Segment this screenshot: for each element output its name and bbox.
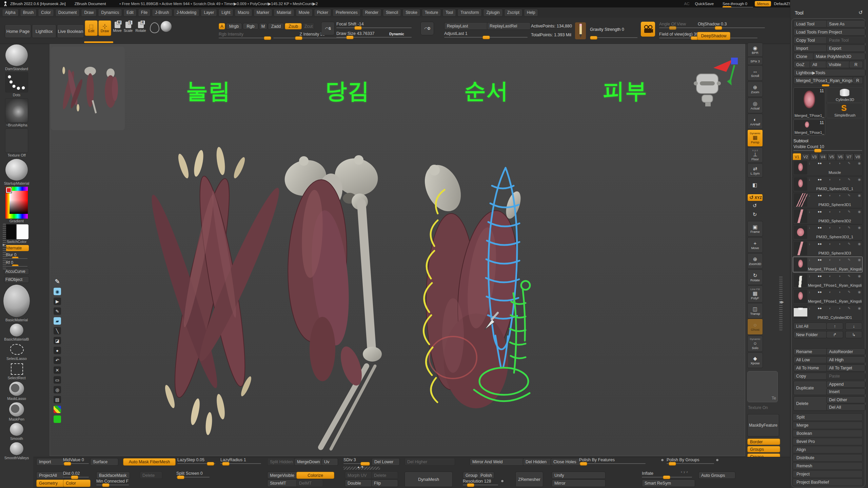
min-connected-label: Min Connected F [96, 479, 129, 484]
min-connected-track[interactable] [96, 485, 129, 485]
min-connected-handle[interactable] [102, 483, 110, 487]
morph-uv-button[interactable]: Morph UV [345, 472, 373, 479]
lazyradius-track[interactable] [220, 463, 261, 464]
min-connected-slider[interactable]: Min Connected F [96, 479, 129, 485]
mirror-and-weld-button[interactable]: Mirror And Weld [470, 458, 524, 466]
fibermesh-import-button[interactable]: Import [36, 458, 64, 466]
polish-by-features-handle[interactable] [580, 462, 587, 466]
smart-resym-button[interactable]: Smart ReSym [642, 480, 695, 487]
fibermesh-delete-button[interactable]: Delete [140, 472, 162, 479]
dist-label: Dist 0.02 [63, 471, 89, 476]
bottom-shelf-layer: Import MidValue 0 Surface Auto Mask Fibe… [0, 0, 868, 488]
dynamesh-polish-button[interactable]: Polish [478, 472, 494, 479]
sdiv-stepper-arrows[interactable]: ▲▼ [357, 465, 364, 469]
polish-modifier-dot-2[interactable] [716, 459, 718, 461]
surface-button[interactable]: Surface [90, 458, 118, 466]
delmt-button[interactable]: DelMT [296, 480, 323, 487]
color-button[interactable]: Color [63, 480, 91, 487]
projectall-button[interactable]: ProjectAll [36, 472, 64, 479]
mergedown-button[interactable]: MergeDown [294, 458, 323, 466]
dist-slider[interactable]: Dist 0.02 [63, 471, 89, 477]
mirror-button[interactable]: Mirror [552, 480, 606, 487]
del-hidden-button[interactable]: Del Hidden [523, 458, 552, 466]
polish-by-groups-slider[interactable]: Polish By Groups [667, 458, 714, 464]
sdiv-track[interactable] [343, 463, 370, 464]
backfacemask-button[interactable]: BackfaceMask [96, 472, 130, 479]
midvalue-label: MidValue 0 [63, 458, 89, 462]
double-button[interactable]: Double [345, 480, 373, 487]
resolution-track[interactable] [463, 485, 498, 485]
polish-modifier-dot[interactable] [661, 459, 664, 461]
unify-button[interactable]: Unify [552, 472, 606, 479]
lazystep-track[interactable] [177, 463, 215, 464]
midvalue-handle[interactable] [64, 462, 71, 466]
resolution-slider[interactable]: Resolution 128 [463, 479, 498, 485]
sdiv-label: SDiv 3 [343, 458, 370, 462]
inflate-handle[interactable] [663, 475, 670, 479]
flip-button[interactable]: Flip [371, 480, 398, 487]
lazystep-handle[interactable] [207, 462, 214, 466]
lazystep-label: LazyStep 0.05 [177, 458, 215, 462]
polish-by-groups-handle[interactable] [669, 462, 676, 466]
split-screen-handle[interactable] [177, 475, 184, 479]
colorize-button[interactable]: Colorize [296, 472, 334, 479]
polish-by-groups-track[interactable] [667, 463, 714, 464]
uv-button[interactable]: Uv [321, 458, 338, 466]
split-screen-track[interactable] [176, 477, 210, 477]
mergevisible-button[interactable]: MergeVisible [267, 472, 298, 479]
inflate-track[interactable] [642, 477, 692, 477]
delete-uv-button[interactable]: Delete [371, 472, 398, 479]
del-higher-button[interactable]: Del Higher [405, 458, 455, 466]
xyz-modifier[interactable]: x y z [681, 470, 688, 473]
lazystep-slider[interactable]: LazyStep 0.05 [177, 458, 215, 464]
del-lower-button[interactable]: Del Lower [372, 458, 400, 466]
dynamesh-groups-button[interactable]: Groups [463, 472, 479, 479]
lazyradius-label: LazyRadius 1 [220, 458, 261, 462]
resolution-label: Resolution 128 [463, 479, 498, 484]
polish-by-groups-label: Polish By Groups [667, 458, 714, 462]
polish-by-features-label: Polish By Features [579, 458, 646, 462]
split-screen-label: Split Screen 0 [176, 471, 210, 476]
lazyradius-handle[interactable] [222, 462, 230, 466]
dist-track[interactable] [63, 477, 89, 477]
close-holes-button[interactable]: Close Holes [551, 458, 581, 466]
midvalue-slider[interactable]: MidValue 0 [63, 458, 89, 464]
lazyradius-slider[interactable]: LazyRadius 1 [220, 458, 261, 464]
polish-by-features-track[interactable] [579, 463, 646, 464]
auto-groups-button[interactable]: Auto Groups [698, 472, 735, 479]
sdiv-slider[interactable]: SDiv 3 [343, 458, 370, 464]
resolution-handle[interactable] [467, 483, 474, 487]
resolution-modifier-dot[interactable] [501, 480, 504, 482]
midvalue-track[interactable] [63, 463, 89, 464]
dynamesh-button[interactable]: DynaMesh [405, 472, 453, 487]
storemt-button[interactable]: StoreMT [267, 480, 298, 487]
geometry-button[interactable]: Geometry [36, 480, 64, 487]
auto-mask-fibermesh-button[interactable]: Auto Mask FiberMesh [123, 458, 176, 466]
polish-by-features-slider[interactable]: Polish By Features [579, 458, 646, 464]
dist-handle[interactable] [71, 475, 78, 479]
split-hidden-button[interactable]: Split Hidden [267, 458, 295, 466]
zbrush-window: ZBrush 2022.0.6 [Hyunseok Jin] ZBrush Do… [0, 0, 868, 488]
split-screen-slider[interactable]: Split Screen 0 [176, 471, 210, 477]
zremesher-button[interactable]: ZRemesher [515, 472, 543, 487]
